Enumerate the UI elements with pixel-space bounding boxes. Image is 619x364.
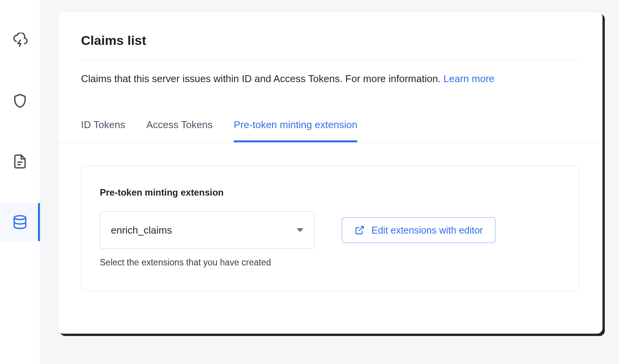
select-value: enrich_claims: [111, 224, 172, 236]
sidebar-item-documents[interactable]: [0, 142, 40, 181]
tab-id-tokens[interactable]: ID Tokens: [81, 119, 125, 142]
sidebar: [0, 0, 40, 364]
shield-icon: [12, 93, 28, 109]
document-icon: [12, 154, 28, 169]
sidebar-item-database[interactable]: [0, 203, 40, 241]
helper-text: Select the extensions that you have crea…: [100, 257, 560, 268]
database-icon: [12, 214, 28, 230]
svg-point-2: [14, 216, 26, 219]
field-label: Pre-token minting extension: [100, 187, 560, 198]
sidebar-item-security[interactable]: [0, 82, 40, 120]
tab-access-tokens[interactable]: Access Tokens: [146, 119, 213, 142]
page-description: Claims that this server issues within ID…: [81, 71, 579, 86]
extension-select[interactable]: enrich_claims: [100, 211, 315, 249]
page-title: Claims list: [81, 33, 579, 48]
extension-panel: Pre-token minting extension enrich_claim…: [81, 166, 579, 291]
chevron-down-icon: [297, 228, 304, 232]
main-content: Claims list Claims that this server issu…: [40, 0, 619, 364]
svg-line-3: [359, 226, 363, 231]
edit-button-label: Edit extensions with editor: [371, 225, 483, 236]
tabs: ID Tokens Access Tokens Pre-token mintin…: [58, 86, 602, 143]
divider: [81, 59, 579, 60]
description-text: Claims that this server issues within ID…: [81, 73, 444, 84]
external-link-icon: [355, 225, 365, 235]
tab-pre-token-minting[interactable]: Pre-token minting extension: [234, 119, 357, 142]
learn-more-link[interactable]: Learn more: [444, 73, 495, 84]
edit-extensions-button[interactable]: Edit extensions with editor: [342, 217, 496, 243]
card: Claims list Claims that this server issu…: [58, 12, 602, 334]
thunder-cloud-icon: [12, 33, 28, 48]
sidebar-item-actions[interactable]: [0, 21, 40, 59]
